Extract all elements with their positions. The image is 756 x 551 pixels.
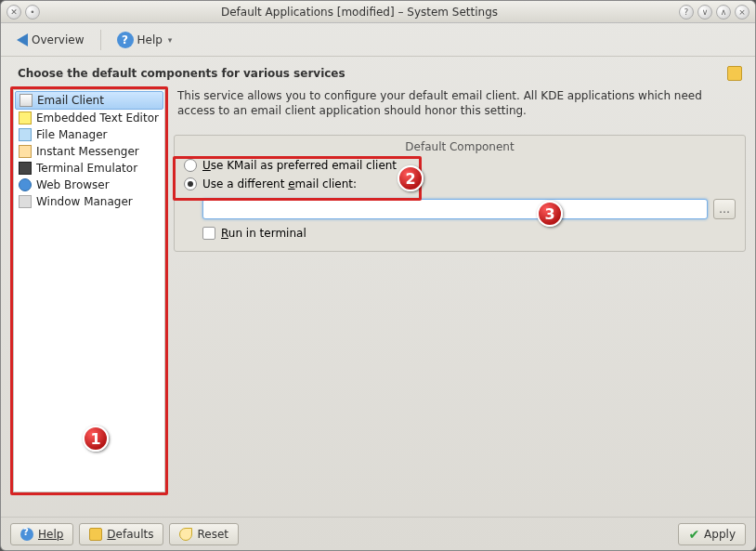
window-manager-icon (19, 195, 32, 208)
help-title-icon[interactable]: ? (679, 5, 694, 20)
apply-button[interactable]: ✔ Apply (678, 523, 746, 545)
radio-other-row[interactable]: Use a different email client: (175, 175, 745, 193)
email-client-path-input[interactable] (202, 199, 708, 219)
toolbar: Overview ? Help ▾ (1, 23, 755, 57)
group-title: Default Component (175, 136, 745, 156)
titlebar[interactable]: ✕ • Default Applications [modified] – Sy… (1, 1, 755, 23)
sidebar-item-label: Instant Messenger (36, 145, 139, 158)
tools-icon[interactable]: ✕ (7, 5, 21, 20)
help-icon: ? (117, 32, 134, 48)
bottom-button-bar: Help Defaults Reset ✔ Apply (1, 517, 755, 550)
sidebar-item-email-client[interactable]: Email Client (15, 91, 163, 110)
radio-kmail-label: Use KMail as preferred email client (202, 159, 397, 172)
client-path-row: … (175, 193, 745, 223)
sidebar-item-instant-messenger[interactable]: Instant Messenger (15, 143, 163, 160)
radio-kmail[interactable] (184, 159, 197, 172)
help-button[interactable]: Help (10, 523, 73, 545)
sidebar-item-label: Web Browser (36, 178, 110, 191)
file-manager-icon (19, 128, 32, 141)
sidebar-item-label: Window Manager (36, 195, 133, 208)
system-settings-window: ✕ • Default Applications [modified] – Sy… (0, 0, 756, 551)
pin-icon[interactable]: • (25, 5, 40, 20)
sidebar-item-label: Email Client (37, 94, 104, 107)
help-button-label: Help (38, 528, 63, 541)
help-menu-button[interactable]: ? Help ▾ (109, 27, 181, 53)
defaults-icon (89, 528, 102, 541)
back-arrow-icon (17, 33, 28, 46)
maximize-icon[interactable]: ∧ (716, 5, 731, 20)
toolbar-separator (100, 30, 101, 50)
component-list[interactable]: Email Client Embedded Text Editor File M… (10, 86, 168, 495)
text-editor-icon (19, 112, 32, 125)
apply-check-icon: ✔ (688, 527, 699, 542)
default-component-group: Default Component Use KMail as preferred… (174, 135, 746, 252)
sidebar-item-terminal[interactable]: Terminal Emulator (15, 160, 163, 177)
window-title: Default Applications [modified] – System… (44, 6, 675, 19)
help-label: Help (137, 33, 163, 46)
radio-other[interactable] (184, 177, 197, 190)
browse-button[interactable]: … (713, 199, 736, 219)
mail-icon (20, 94, 33, 107)
close-icon[interactable]: × (735, 5, 749, 20)
help-icon (20, 528, 33, 541)
content-area: Email Client Embedded Text Editor File M… (1, 86, 755, 517)
heading-row: Choose the default components for variou… (1, 57, 755, 86)
sidebar-item-label: File Manager (36, 128, 108, 141)
run-terminal-label: Run in terminal (221, 227, 306, 240)
radio-kmail-row[interactable]: Use KMail as preferred email client (175, 156, 745, 175)
terminal-icon (19, 162, 32, 175)
reset-icon (179, 528, 192, 541)
radio-other-label: Use a different email client: (202, 177, 357, 190)
annotation-callout-1: 1 (83, 426, 109, 452)
minimize-icon[interactable]: ∨ (697, 5, 712, 20)
web-browser-icon (19, 178, 32, 191)
locale-flag-icon[interactable] (727, 66, 742, 81)
sidebar-item-label: Terminal Emulator (36, 162, 137, 175)
overview-label: Overview (32, 33, 85, 46)
sidebar-item-file-manager[interactable]: File Manager (15, 126, 163, 143)
apply-button-label: Apply (704, 528, 736, 541)
reset-button-label: Reset (197, 528, 228, 541)
run-terminal-row[interactable]: Run in terminal (175, 223, 745, 240)
sidebar-item-label: Embedded Text Editor (36, 112, 159, 125)
sidebar-item-text-editor[interactable]: Embedded Text Editor (15, 110, 163, 126)
service-description: This service allows you to configure you… (174, 86, 746, 125)
sidebar-item-window-manager[interactable]: Window Manager (15, 193, 163, 210)
settings-pane: This service allows you to configure you… (174, 86, 746, 511)
reset-button[interactable]: Reset (169, 523, 239, 545)
overview-button[interactable]: Overview (8, 29, 93, 51)
instant-messenger-icon (19, 145, 32, 158)
sidebar-item-web-browser[interactable]: Web Browser (15, 177, 163, 193)
defaults-button[interactable]: Defaults (79, 523, 163, 545)
page-heading: Choose the default components for variou… (18, 67, 727, 80)
run-terminal-checkbox[interactable] (202, 227, 215, 240)
chevron-down-icon: ▾ (168, 35, 173, 45)
